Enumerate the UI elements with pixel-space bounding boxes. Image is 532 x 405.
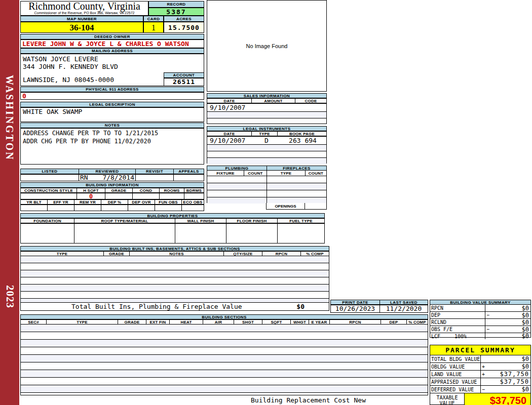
plumbing-row xyxy=(207,190,267,197)
deeded-owner-label: DEEDED OWNER xyxy=(20,34,204,39)
fireplaces-row xyxy=(267,183,326,190)
sales-date: 9/10/2007 xyxy=(207,104,254,111)
bvs-label: OBS F/E xyxy=(430,327,452,332)
parcel-label: APPRAISED VALUE xyxy=(430,379,477,385)
li-col-type: TYPE xyxy=(252,132,278,136)
building-sections-title: BUILDING SECTIONS xyxy=(20,314,428,319)
bvs-op-value: − $0 xyxy=(485,326,530,333)
bs-col-dep: DEP xyxy=(381,320,407,324)
sales-col-code: CODE xyxy=(295,99,326,103)
building-section-row xyxy=(21,378,428,385)
bii-col-notes: NOTES xyxy=(130,252,224,256)
sales-col-amount: AMOUNT xyxy=(252,99,295,103)
mailing-line2: 344 JOHN F. KENNEDY BLVD xyxy=(23,63,118,70)
parcel-value: $0 xyxy=(522,386,530,393)
bi-col-funobs: FUN OBS xyxy=(155,200,182,204)
bvs-op: − xyxy=(485,312,489,318)
bs-col-eyear: E YEAR xyxy=(309,320,330,324)
bi-col-grade: GRADE xyxy=(105,188,133,192)
parcel-op: + xyxy=(481,372,485,377)
bi-funobs-value xyxy=(155,205,182,211)
bi-col-ecoobs: ECO OBS xyxy=(182,200,204,204)
openings-value xyxy=(305,203,327,210)
sales-code xyxy=(297,104,326,111)
fireplaces-title: FIREPLACES xyxy=(267,166,327,171)
parcel-row: APPRAISED VALUE $37,750 xyxy=(430,378,530,386)
bvs-label: LCF xyxy=(430,334,440,339)
deeded-owner-value: LEVERE JOHN W & JOYCE L & CHARLES O WATS… xyxy=(20,39,204,48)
bii-col-comp: % COMP xyxy=(301,252,329,256)
last-saved-value: 11/2/2020 xyxy=(379,305,428,313)
bs-col-grade: GRADE xyxy=(118,320,146,324)
parcel-op-value: + $37,750 xyxy=(480,371,530,378)
parcel-op-value: − $0 xyxy=(480,386,530,393)
bvs-row: RCLND $0 xyxy=(430,319,530,326)
legal-instrument-row xyxy=(207,151,326,158)
bvs-value: $0 xyxy=(522,312,530,319)
openings-spacer xyxy=(207,203,266,210)
bi-col-yrblt: YR BLT xyxy=(21,200,48,204)
bvs-op: − xyxy=(485,327,489,332)
plumbing-title: PLUMBING xyxy=(207,166,267,171)
bs-col-heat: HEAT xyxy=(170,320,203,324)
bs-col-comp: % COMP xyxy=(407,320,428,324)
building-properties-title: BUILDING PROPERTIES xyxy=(20,213,325,218)
built-ins-row xyxy=(21,256,329,263)
bvs-value: $0 xyxy=(522,333,530,340)
taxable-label: TAXABLE VALUE xyxy=(430,393,465,405)
bp-foundation-value xyxy=(21,224,74,243)
county-title: Richmond County, Virginia xyxy=(21,2,148,11)
bvs-label: RPCN xyxy=(430,305,443,311)
fireplaces-col-count: COUNT xyxy=(306,171,326,176)
building-section-row xyxy=(21,332,428,340)
parcel-row: OBLDG VALUE + $0 xyxy=(430,363,530,371)
built-ins-title: BUILDING BUILT INS, BASEMENTS, ATTICS & … xyxy=(20,246,329,251)
parcel-row: TOTAL BLDG VALUE $0 xyxy=(430,355,530,363)
bvs-value: $0 xyxy=(522,326,530,333)
bs-col-extfin: EXT FIN xyxy=(146,320,170,324)
building-section-row xyxy=(21,340,428,347)
sidebar-year-label: 2023 xyxy=(4,285,16,308)
bi-style-value xyxy=(21,193,77,199)
plumbing-col-fixture: FIXTURE xyxy=(207,171,244,176)
sales-title: SALES INFORMATION xyxy=(207,93,327,98)
legal-instrument-row xyxy=(207,158,326,164)
revisit-value xyxy=(135,174,173,181)
built-ins-row xyxy=(21,277,329,285)
bp-wall-value xyxy=(175,224,226,243)
sales-row xyxy=(207,118,326,124)
account-label: ACCOUNT xyxy=(164,72,204,78)
building-info-columns-2: YR BLT EFF YR REM YR DEP % DEP OVR FUN O… xyxy=(20,199,204,205)
bi-dep-value xyxy=(101,205,128,211)
fireplaces-rows xyxy=(267,176,327,203)
bvs-value: $0 xyxy=(522,305,530,312)
building-section-row xyxy=(21,385,428,393)
property-record-card: WASHINGTON 2023 Richmond County, Virgini… xyxy=(0,0,532,405)
bi-bdrms-value xyxy=(184,193,204,199)
mailing-line3: LAWNSIDE, NJ 08045-0000 xyxy=(23,76,114,84)
bvs-value: $0 xyxy=(522,319,530,326)
built-ins-row xyxy=(21,263,329,270)
bp-col-roof: ROOF TYPE/MATERIAL xyxy=(74,219,175,223)
legal-instruments-rows: 9/10/2007 D 263 694 xyxy=(207,136,327,164)
map-number-value: 36-104 xyxy=(20,22,143,33)
taxable-row: TAXABLE VALUE $37,750 xyxy=(430,393,530,405)
parcel-row: LAND VALUE + $37,750 xyxy=(430,371,530,378)
bvs-row: OBS F/E − $0 xyxy=(430,326,530,333)
sidebar: WASHINGTON 2023 xyxy=(0,0,19,405)
parcel-op-value: $0 xyxy=(480,355,530,362)
li-col-bookpage: BOOK PAGE xyxy=(278,132,326,136)
built-ins-total-row: Total Built Ins, Plumbing & Fireplace Va… xyxy=(20,302,329,311)
building-sections-columns: SEC# TYPE GRADE EXT FIN HEAT AIR SHGT SQ… xyxy=(20,319,428,325)
building-section-row xyxy=(21,347,428,355)
acres-value: 15.7500 xyxy=(164,22,204,33)
fireplaces-row xyxy=(267,176,326,183)
physical-address-label: PHYSICAL 911 ADDRESS xyxy=(20,87,204,92)
appeals-value xyxy=(173,174,204,181)
bi-col-depovr: DEP OVR xyxy=(128,200,155,204)
parcel-value: $0 xyxy=(522,355,530,362)
bi-col-cond: COND xyxy=(133,188,160,192)
bi-depovr-value xyxy=(128,205,155,211)
card-label: CARD xyxy=(143,16,164,22)
bii-col-grade: GRADE xyxy=(104,252,130,256)
